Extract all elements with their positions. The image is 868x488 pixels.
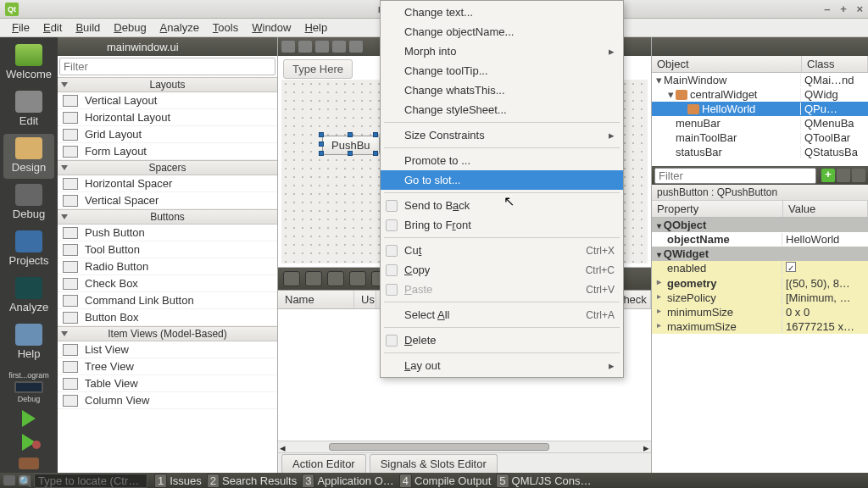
menu-tools[interactable]: Tools [206,19,245,36]
menu-analyze[interactable]: Analyze [153,19,206,36]
property-row[interactable]: enabled [652,261,868,276]
property-row[interactable]: sizePolicy[Minimum, … [652,291,868,305]
menu-item-promote-to[interactable]: Promote to ... [381,151,623,170]
checkbox[interactable] [786,262,796,272]
back-icon[interactable] [61,41,73,53]
col-name[interactable]: Name [278,291,354,308]
property-row[interactable]: geometry[(50, 50), 8… [652,276,868,291]
menu-item-change-whatsthis[interactable]: Change whatsThis... [381,80,623,100]
widget-push-button[interactable]: Push Button [58,225,277,241]
build-config-label[interactable]: Debug [18,395,41,403]
menubar-placeholder[interactable]: Type Here [283,59,353,79]
widget-column-view[interactable]: Column View [58,392,277,409]
widget-tool-button[interactable]: Tool Button [58,241,277,258]
resize-handle[interactable] [319,151,324,156]
mode-analyze[interactable]: Analyze [3,274,54,319]
output-pane-3[interactable]: 3Application O… [302,474,394,488]
menu-build[interactable]: Build [69,19,107,36]
object-row[interactable]: menuBarQMenuBa [652,116,868,130]
property-row[interactable]: objectNameHelloWorld [652,232,868,247]
output-pane-1[interactable]: 1Issues [154,474,202,488]
col-class[interactable]: Class [802,56,868,72]
menu-window[interactable]: Window [245,19,298,36]
mode-help[interactable]: Help [3,320,54,365]
col-value[interactable]: Value [783,201,868,217]
minimize-icon[interactable]: – [824,3,830,15]
maximize-icon[interactable]: + [840,3,847,15]
menu-item-change-tooltip[interactable]: Change toolTip... [381,61,623,80]
widget-vertical-layout[interactable]: Vertical Layout [58,92,277,109]
col-object[interactable]: Object [652,56,802,72]
widgetbox-filter-input[interactable] [59,58,275,75]
h-scrollbar[interactable]: ◂▸ [278,441,651,452]
widget-table-view[interactable]: Table View [58,375,277,392]
toolbar-icon[interactable] [315,41,329,53]
toolbar-icon[interactable] [298,41,312,53]
widget-check-box[interactable]: Check Box [58,275,277,292]
menu-item-cut[interactable]: CutCtrl+X [381,241,623,260]
col-used[interactable]: Us [354,291,376,308]
tab-action-editor[interactable]: Action Editor [281,454,366,473]
resize-handle[interactable] [319,132,324,137]
category-spacers[interactable]: Spacers [58,160,277,175]
property-row[interactable]: maximumSize16777215 x… [652,319,868,334]
run-button[interactable] [12,410,46,427]
action-icon[interactable] [327,271,344,286]
target-selector-icon[interactable] [14,381,43,393]
object-row[interactable]: mainToolBarQToolBar [652,130,868,145]
action-icon[interactable] [349,271,366,286]
debug-run-button[interactable] [12,434,46,451]
widget-horizontal-spacer[interactable]: Horizontal Spacer [58,175,277,192]
property-filter-input[interactable] [654,168,816,184]
remove-property-icon[interactable] [837,169,850,182]
toolbar-icon[interactable] [349,41,363,53]
mode-design[interactable]: Design [3,134,54,179]
category-item-views-model-based-[interactable]: Item Views (Model-Based) [58,326,277,341]
property-row[interactable]: minimumSize0 x 0 [652,305,868,319]
resize-handle[interactable] [373,132,378,137]
action-icon[interactable] [305,271,322,286]
toolbar-icon[interactable] [332,41,346,53]
widget-radio-button[interactable]: Radio Button [58,258,277,275]
forward-icon[interactable] [76,41,88,53]
widget-form-layout[interactable]: Form Layout [58,143,277,160]
property-list[interactable]: QObjectobjectNameHelloWorldQWidgetenable… [652,218,868,473]
project-selector-label[interactable]: first...ogram [8,371,49,380]
resize-handle[interactable] [348,132,353,137]
tab-signals-slots[interactable]: Signals & Slots Editor [370,454,498,473]
menu-item-morph-into[interactable]: Morph into▸ [381,42,623,61]
menu-item-bring-to-front[interactable]: Bring to Front [381,215,623,235]
object-row[interactable]: ▾centralWidgetQWidg [652,87,868,102]
menu-help[interactable]: Help [298,19,334,36]
widget-button-box[interactable]: Button Box [58,309,277,326]
menu-item-change-objectname[interactable]: Change objectName... [381,22,623,42]
resize-handle[interactable] [319,141,324,147]
menu-item-change-text[interactable]: Change text... [381,3,623,22]
widget-grid-layout[interactable]: Grid Layout [58,126,277,143]
widget-tree-view[interactable]: Tree View [58,358,277,375]
menu-item-go-to-slot[interactable]: Go to slot... [381,170,623,190]
category-layouts[interactable]: Layouts [58,77,277,92]
menu-debug[interactable]: Debug [107,19,153,36]
add-property-icon[interactable]: + [821,169,835,182]
new-action-icon[interactable] [283,271,300,286]
property-category[interactable]: QWidget [652,247,868,261]
object-row[interactable]: HelloWorldQPu… [652,102,868,116]
locator-input[interactable] [34,474,147,488]
output-pane-4[interactable]: 4Compile Output [399,474,492,488]
mode-edit[interactable]: Edit [3,87,54,132]
output-pane-5[interactable]: 5QML/JS Cons… [496,474,591,488]
menu-item-delete[interactable]: Delete [381,330,623,350]
toolbar-icon[interactable] [281,41,295,53]
build-button[interactable] [19,458,39,469]
property-category[interactable]: QObject [652,218,868,232]
mode-welcome[interactable]: Welcome [3,41,54,86]
col-property[interactable]: Property [652,201,783,217]
menu-item-copy[interactable]: CopyCtrl+C [381,260,623,280]
widget-horizontal-layout[interactable]: Horizontal Layout [58,109,277,126]
resize-handle[interactable] [348,151,353,156]
widget-vertical-spacer[interactable]: Vertical Spacer [58,192,277,209]
menu-item-lay-out[interactable]: Lay out▸ [381,356,623,375]
object-tree[interactable]: ▾MainWindowQMai…nd▾centralWidgetQWidgHel… [652,73,868,166]
widget-command-link-button[interactable]: Command Link Button [58,292,277,309]
